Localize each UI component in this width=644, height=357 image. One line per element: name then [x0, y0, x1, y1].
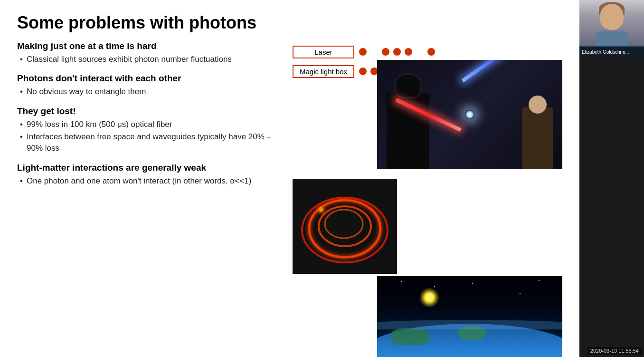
webcam-container: Elizabeth Goldschmi...	[579, 0, 644, 57]
person-face	[600, 4, 624, 30]
bullet-1-1: Classical light sources exhibit photon n…	[17, 54, 283, 65]
section-lost: They get lost! 99% loss in 100 km (500 μ…	[17, 106, 283, 154]
atmosphere	[377, 320, 562, 329]
section-light-matter: Light-matter interactions are generally …	[17, 163, 283, 187]
fiber-image	[293, 179, 397, 274]
person-body	[595, 31, 628, 46]
section-one-photon: Making just one at a time is hard Classi…	[17, 41, 283, 65]
laser-dot-3	[393, 48, 401, 56]
bullet-3-1: 99% loss in 100 km (500 μs) optical fibe…	[17, 119, 283, 130]
laser-dot-2	[382, 48, 389, 56]
laser-dot-spacer	[370, 48, 378, 56]
section-interact: Photons don't interact with each other N…	[17, 73, 283, 97]
section-heading-4: Light-matter interactions are generally …	[17, 163, 283, 173]
section-heading-3: They get lost!	[17, 106, 283, 116]
laser-dots	[359, 48, 435, 56]
webcam-name: Elizabeth Goldschmi...	[582, 49, 629, 55]
magic-label: Magic light box	[293, 65, 354, 78]
left-column: Making just one at a time is hard Classi…	[17, 41, 293, 342]
slide-container: Some problems with photons Making just o…	[0, 0, 579, 357]
webcam-person	[579, 0, 644, 46]
lightsaber-clash	[465, 110, 474, 119]
laser-label: Laser	[293, 46, 354, 58]
obi-wan-figure	[522, 107, 553, 169]
sun	[420, 288, 439, 307]
bullet-4-1: One photon and one atom won't interact (…	[17, 175, 283, 187]
laser-row: Laser	[293, 46, 562, 58]
laser-dot-1	[359, 48, 367, 56]
bullet-2-1: No obvious way to entangle them	[17, 86, 283, 97]
lightsaber-image	[377, 60, 562, 169]
laser-dot-spacer2	[416, 48, 424, 56]
fiber-svg	[293, 179, 397, 274]
earth-image	[377, 276, 562, 357]
right-column: Laser Magic light box	[293, 41, 562, 342]
slide-content: Making just one at a time is hard Classi…	[17, 41, 562, 342]
webcam-label: Elizabeth Goldschmi...	[579, 47, 644, 57]
section-heading-1: Making just one at a time is hard	[17, 41, 283, 51]
section-heading-2: Photons don't interact with each other	[17, 73, 283, 84]
slide-title: Some problems with photons	[17, 13, 562, 32]
laser-dot-4	[405, 48, 412, 56]
timestamp: 2020-03-19 11:55:54	[587, 347, 642, 355]
magic-dot-1	[359, 68, 367, 75]
bullet-3-2: Interfaces between free space and wavegu…	[17, 131, 283, 154]
laser-dot-5	[427, 48, 435, 56]
svg-point-7	[316, 205, 326, 214]
